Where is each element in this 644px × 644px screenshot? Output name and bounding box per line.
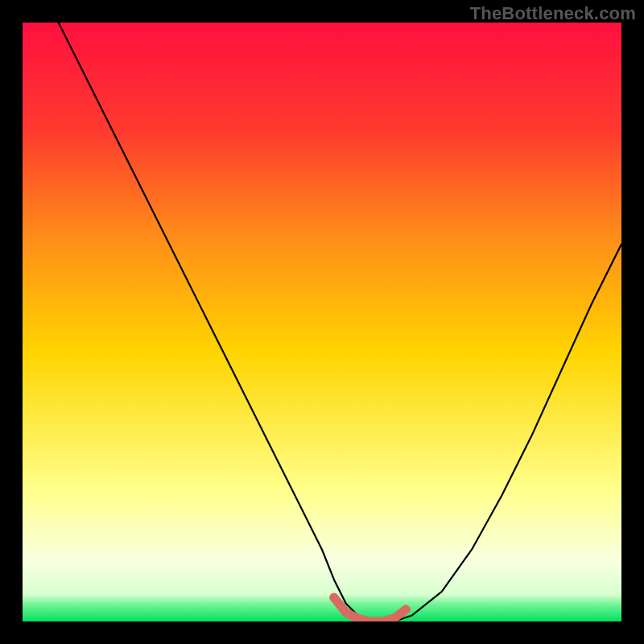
plot-area [23,23,621,621]
highlight-dot [402,605,411,614]
highlight-dot [341,608,350,617]
chart-svg [23,23,621,621]
watermark-label: TheBottleneck.com [470,3,636,24]
highlight-dot [329,593,338,602]
chart-container: TheBottleneck.com [0,0,644,644]
gradient-background [23,23,621,621]
